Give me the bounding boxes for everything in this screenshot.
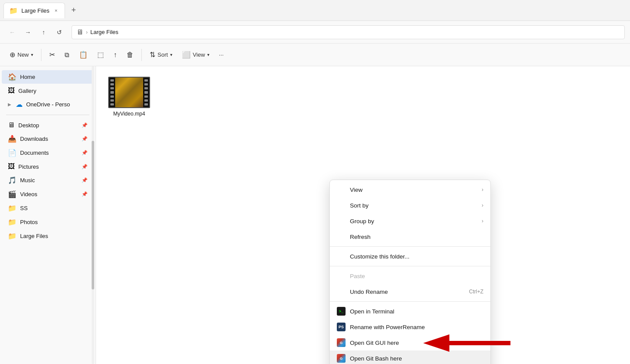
sidebar-item-downloads-label: Downloads xyxy=(20,136,48,142)
delete-icon: 🗑 xyxy=(127,51,134,59)
back-button[interactable]: ← xyxy=(5,25,19,39)
ctx-git-gui[interactable]: G Open Git GUI here xyxy=(330,335,490,350)
sidebar-item-home[interactable]: 🏠 Home xyxy=(2,70,94,84)
ctx-powershell-1-icon: PS xyxy=(337,323,346,331)
sort-label: Sort xyxy=(158,51,168,58)
ctx-customize[interactable]: Customize this folder... xyxy=(330,248,490,264)
pictures-icon: 🖼 xyxy=(8,163,15,170)
ctx-undo-rename-icon xyxy=(337,287,346,296)
more-button[interactable]: ··· xyxy=(215,49,228,61)
breadcrumb-path: Large Files xyxy=(90,29,118,35)
ctx-view-arrow: › xyxy=(482,187,483,193)
sidebar-item-pictures-label: Pictures xyxy=(18,163,39,170)
documents-icon: 📄 xyxy=(8,149,17,157)
ctx-git-bash-icon: G xyxy=(337,354,346,363)
view-button[interactable]: ⬜ View ▾ xyxy=(178,48,214,61)
sort-dropdown-icon: ▾ xyxy=(170,52,172,57)
sidebar-item-gallery[interactable]: 🖼 Gallery xyxy=(2,84,94,97)
scrollbar-thumb[interactable] xyxy=(92,141,94,290)
ctx-divider-3 xyxy=(330,301,490,302)
sidebar-item-videos[interactable]: 🎬 Videos 📌 xyxy=(2,187,94,201)
sidebar-item-music-label: Music xyxy=(20,177,35,184)
new-tab-button[interactable]: + xyxy=(67,3,81,17)
ctx-group-by-label: Group by xyxy=(350,218,477,225)
git-gui-app-icon: G xyxy=(337,338,346,347)
ctx-group-by-icon xyxy=(337,217,346,225)
active-tab[interactable]: 📁 Large Files × xyxy=(3,3,65,18)
content-area: MyVideo.mp4 View › Sort by › Group by › xyxy=(96,66,630,364)
downloads-pin-icon: 📌 xyxy=(82,136,88,142)
sidebar-item-ss[interactable]: 📁 SS xyxy=(2,201,94,215)
sidebar-item-onedrive[interactable]: ▶ ☁ OneDrive - Perso xyxy=(2,98,94,111)
ctx-refresh[interactable]: Refresh xyxy=(330,229,490,245)
sidebar-item-pictures[interactable]: 🖼 Pictures 📌 xyxy=(2,160,94,173)
sidebar-item-gallery-label: Gallery xyxy=(18,88,36,94)
main-layout: 🏠 Home 🖼 Gallery ▶ ☁ OneDrive - Perso 🖥 … xyxy=(0,66,630,364)
ctx-sort-by[interactable]: Sort by › xyxy=(330,197,490,213)
ctx-undo-rename-shortcut: Ctrl+Z xyxy=(469,289,483,295)
new-button[interactable]: ⊕ New ▾ xyxy=(5,48,38,61)
delete-button[interactable]: 🗑 xyxy=(122,48,138,61)
ctx-paste: Paste xyxy=(330,268,490,284)
refresh-button[interactable]: ↺ xyxy=(52,25,66,39)
ctx-git-bash[interactable]: G Open Git Bash here xyxy=(330,350,490,364)
large-files-icon: 📁 xyxy=(8,232,17,240)
ctx-git-gui-label: Open Git GUI here xyxy=(350,340,483,346)
paste-button[interactable]: 📋 xyxy=(75,48,92,61)
forward-button[interactable]: → xyxy=(21,25,35,39)
sidebar-item-desktop[interactable]: 🖥 Desktop 📌 xyxy=(2,119,94,132)
copy-button[interactable]: ⧉ xyxy=(60,48,74,61)
sidebar-item-documents[interactable]: 📄 Documents 📌 xyxy=(2,146,94,160)
new-dropdown-icon: ▾ xyxy=(31,52,33,57)
rename-button[interactable]: ⬚ xyxy=(93,48,108,61)
film-strip-left xyxy=(109,78,115,107)
ctx-terminal-icon: >_ xyxy=(337,307,346,316)
sidebar-item-photos[interactable]: 📁 Photos xyxy=(2,215,94,229)
new-label: New xyxy=(17,51,29,58)
sidebar-item-music[interactable]: 🎵 Music 📌 xyxy=(2,173,94,187)
view-label: View xyxy=(193,51,205,58)
refresh-icon: ↺ xyxy=(57,29,62,36)
video-preview xyxy=(115,78,143,107)
file-name: MyVideo.mp4 xyxy=(113,111,145,117)
ctx-undo-rename[interactable]: Undo Rename Ctrl+Z xyxy=(330,284,490,299)
sort-button[interactable]: ⇅ Sort ▾ xyxy=(145,48,177,61)
downloads-icon: 📥 xyxy=(8,135,17,143)
film-strip-right xyxy=(143,78,149,107)
paste-icon: 📋 xyxy=(79,51,88,59)
up-button[interactable]: ↑ xyxy=(37,25,51,39)
title-bar: 📁 Large Files × + xyxy=(0,0,630,21)
navigation-bar: ← → ↑ ↺ 🖥 › Large Files xyxy=(0,21,630,44)
ctx-refresh-icon xyxy=(337,232,346,241)
ctx-divider-1 xyxy=(330,246,490,247)
sidebar-item-documents-label: Documents xyxy=(20,150,49,156)
forward-icon: → xyxy=(25,29,31,36)
cut-button[interactable]: ✂ xyxy=(45,48,59,61)
ctx-view[interactable]: View › xyxy=(330,182,490,197)
sidebar-item-videos-label: Videos xyxy=(20,191,38,197)
pictures-pin-icon: 📌 xyxy=(82,164,88,170)
terminal-app-icon: >_ xyxy=(337,307,346,316)
ctx-sort-by-icon xyxy=(337,201,346,210)
sidebar-item-downloads[interactable]: 📥 Downloads 📌 xyxy=(2,132,94,146)
sidebar-item-home-label: Home xyxy=(20,74,35,80)
ctx-powershell-rename-1[interactable]: PS Rename with PowerRename xyxy=(330,319,490,335)
ctx-group-by[interactable]: Group by › xyxy=(330,213,490,229)
share-button[interactable]: ↑ xyxy=(109,48,121,61)
file-item-myvideo[interactable]: MyVideo.mp4 xyxy=(103,73,155,120)
ctx-group-by-arrow: › xyxy=(482,218,483,224)
ss-icon: 📁 xyxy=(8,204,17,212)
breadcrumb-sep: › xyxy=(86,29,88,35)
view-dropdown-icon: ▾ xyxy=(207,52,209,57)
ctx-sort-by-arrow: › xyxy=(482,202,483,208)
sidebar-item-onedrive-label: OneDrive - Perso xyxy=(26,101,70,108)
tab-folder-icon: 📁 xyxy=(9,7,18,15)
tab-close-button[interactable]: × xyxy=(53,7,59,14)
ctx-git-gui-icon: G xyxy=(337,338,346,347)
sidebar: 🏠 Home 🖼 Gallery ▶ ☁ OneDrive - Perso 🖥 … xyxy=(0,66,96,364)
sidebar-item-large-files[interactable]: 📁 Large Files xyxy=(2,229,94,243)
ctx-rename-powerrename-1-label: Rename with PowerRename xyxy=(350,324,483,330)
breadcrumb-bar[interactable]: 🖥 › Large Files xyxy=(72,25,625,39)
scrollbar-track xyxy=(92,66,94,364)
ctx-open-terminal[interactable]: >_ Open in Terminal xyxy=(330,303,490,319)
